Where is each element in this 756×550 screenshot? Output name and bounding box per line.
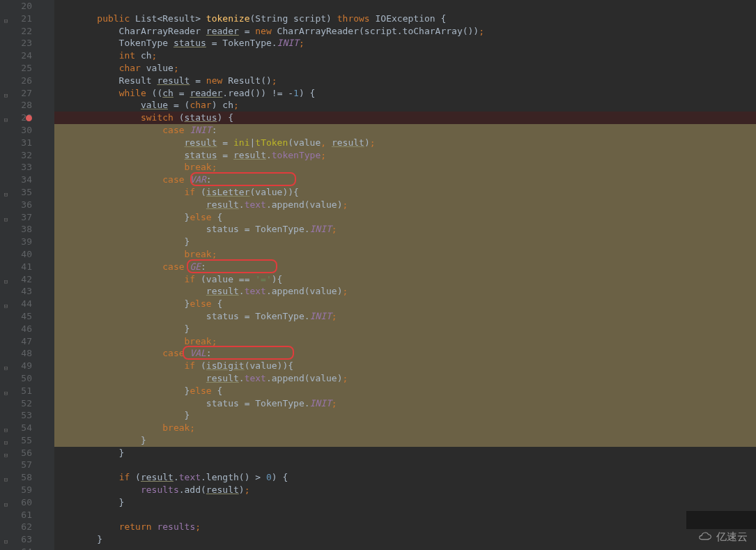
line-number[interactable]: 39 bbox=[0, 236, 32, 248]
code-line[interactable]: } bbox=[54, 434, 756, 447]
fold-icon[interactable]: ⊟ bbox=[3, 536, 9, 542]
line-number[interactable]: 38 bbox=[0, 223, 32, 236]
line-number[interactable]: 44⊟ bbox=[0, 298, 32, 310]
line-number[interactable]: 34 bbox=[0, 174, 32, 186]
fold-icon[interactable]: ⊟ bbox=[3, 425, 9, 431]
code-line[interactable]: } bbox=[54, 409, 756, 422]
fold-icon[interactable]: ⊟ bbox=[3, 499, 9, 505]
line-number[interactable]: 46 bbox=[0, 323, 32, 335]
fold-icon[interactable]: ⊟ bbox=[3, 300, 9, 307]
code-line[interactable]: }else { bbox=[54, 298, 756, 310]
code-line[interactable] bbox=[54, 459, 756, 471]
line-number[interactable]: 23 bbox=[0, 37, 32, 49]
fold-icon[interactable]: ⊟ bbox=[3, 450, 9, 456]
code-line[interactable]: Result result = new Result(); bbox=[54, 75, 756, 87]
line-number[interactable]: 35⊟ bbox=[0, 186, 32, 199]
line-number[interactable]: 61 bbox=[0, 509, 32, 521]
fold-icon[interactable]: ⊟ bbox=[3, 15, 9, 22]
fold-icon[interactable]: ⊟ bbox=[3, 388, 9, 394]
code-line[interactable]: if (isLetter(value)){ bbox=[54, 186, 756, 199]
code-line[interactable]: int ch; bbox=[54, 49, 756, 62]
code-line[interactable]: public List<Result> tokenize(String scri… bbox=[54, 13, 756, 25]
code-line[interactable]: status = result.tokenType; bbox=[54, 149, 756, 162]
line-number[interactable]: 53 bbox=[0, 409, 32, 422]
fold-icon[interactable]: ⊟ bbox=[3, 362, 9, 369]
fold-icon[interactable]: ⊟ bbox=[3, 114, 9, 121]
code-line[interactable]: } bbox=[54, 533, 756, 546]
line-number[interactable]: 36 bbox=[0, 199, 32, 211]
code-line[interactable]: switch (status) { bbox=[54, 112, 756, 124]
line-number[interactable]: 62 bbox=[0, 521, 32, 533]
fold-icon[interactable]: ⊟ bbox=[3, 189, 9, 195]
code-line[interactable]: CharArrayReader reader = new CharArrayRe… bbox=[54, 25, 756, 38]
fold-icon[interactable]: ⊟ bbox=[3, 90, 9, 96]
line-number[interactable]: 60⊟ bbox=[0, 496, 32, 509]
line-number[interactable]: 57 bbox=[0, 459, 32, 471]
code-line[interactable]: break; bbox=[54, 422, 756, 434]
code-line[interactable] bbox=[54, 0, 756, 13]
line-number[interactable]: 22 bbox=[0, 25, 32, 38]
line-number[interactable]: 50 bbox=[0, 372, 32, 385]
line-number[interactable]: 45 bbox=[0, 310, 32, 323]
code-line[interactable]: result.text.append(value); bbox=[54, 285, 756, 298]
code-line[interactable]: char value; bbox=[54, 62, 756, 75]
code-line[interactable] bbox=[54, 546, 756, 550]
code-line[interactable]: break; bbox=[54, 335, 756, 348]
line-number[interactable]: 26 bbox=[0, 75, 32, 87]
line-number[interactable]: 21⊟ bbox=[0, 13, 32, 25]
code-line[interactable]: case VAR: bbox=[54, 174, 756, 186]
line-number[interactable]: 54⊟ bbox=[0, 422, 32, 434]
line-number[interactable]: 55⊟ bbox=[0, 434, 32, 447]
fold-icon[interactable]: ⊟ bbox=[3, 276, 9, 282]
line-number[interactable]: 49⊟ bbox=[0, 360, 32, 372]
line-number[interactable]: 58⊟ bbox=[0, 471, 32, 484]
code-line[interactable]: if (isDigit(value)){ bbox=[54, 360, 756, 372]
code-line[interactable]: TokenType status = TokenType.INIT; bbox=[54, 37, 756, 49]
code-line[interactable]: if (result.text.length() > 0) { bbox=[54, 471, 756, 484]
line-number[interactable]: 29⊟ bbox=[0, 112, 32, 124]
line-number[interactable]: 32 bbox=[0, 149, 32, 162]
code-line[interactable]: case VAL: bbox=[54, 347, 756, 360]
code-line[interactable]: status = TokenType.INIT; bbox=[54, 223, 756, 236]
code-line[interactable]: value = (char) ch; bbox=[54, 99, 756, 112]
code-line[interactable] bbox=[54, 509, 756, 521]
code-line[interactable]: break; bbox=[54, 248, 756, 261]
code-area[interactable]: public List<Result> tokenize(String scri… bbox=[54, 0, 756, 550]
line-number[interactable]: 42⊟ bbox=[0, 273, 32, 286]
code-line[interactable]: result.text.append(value); bbox=[54, 372, 756, 385]
line-number[interactable]: 40 bbox=[0, 248, 32, 261]
line-number[interactable]: 48 bbox=[0, 347, 32, 360]
line-number[interactable]: 33 bbox=[0, 161, 32, 174]
line-number[interactable]: 47 bbox=[0, 335, 32, 348]
code-line[interactable]: status = TokenType.INIT; bbox=[54, 397, 756, 410]
line-number[interactable]: 27⊟ bbox=[0, 87, 32, 100]
fold-icon[interactable]: ⊟ bbox=[3, 474, 9, 480]
line-number[interactable]: 56⊟ bbox=[0, 447, 32, 459]
code-line[interactable]: status = TokenType.INIT; bbox=[54, 310, 756, 323]
line-number[interactable]: 31 bbox=[0, 137, 32, 149]
code-line[interactable]: if (value == '='){ bbox=[54, 273, 756, 286]
code-line[interactable]: results.add(result); bbox=[54, 484, 756, 496]
code-line[interactable]: } bbox=[54, 496, 756, 509]
fold-icon[interactable]: ⊟ bbox=[3, 214, 9, 220]
line-number[interactable]: 64 bbox=[0, 546, 32, 550]
line-number[interactable]: 59 bbox=[0, 484, 32, 496]
code-line[interactable]: break; bbox=[54, 161, 756, 174]
line-number[interactable]: 52 bbox=[0, 397, 32, 410]
line-number[interactable]: 24 bbox=[0, 49, 32, 62]
line-number[interactable]: 28 bbox=[0, 99, 32, 112]
code-editor[interactable]: 2021⊟222324252627⊟2829⊟303132333435⊟3637… bbox=[0, 0, 756, 550]
fold-icon[interactable]: ⊟ bbox=[3, 437, 9, 443]
line-number[interactable]: 43 bbox=[0, 285, 32, 298]
code-line[interactable]: result.text.append(value); bbox=[54, 199, 756, 211]
code-line[interactable]: return results; bbox=[54, 521, 756, 533]
gutter[interactable]: 2021⊟222324252627⊟2829⊟303132333435⊟3637… bbox=[0, 0, 54, 550]
code-line[interactable]: } bbox=[54, 236, 756, 248]
line-number[interactable]: 30 bbox=[0, 124, 32, 137]
line-number[interactable]: 63⊟ bbox=[0, 533, 32, 546]
line-number[interactable]: 41 bbox=[0, 261, 32, 273]
code-line[interactable]: case INIT: bbox=[54, 124, 756, 137]
code-line[interactable]: }else { bbox=[54, 385, 756, 397]
code-line[interactable]: result = ini|tToken(value, result); bbox=[54, 137, 756, 149]
code-line[interactable]: } bbox=[54, 447, 756, 459]
